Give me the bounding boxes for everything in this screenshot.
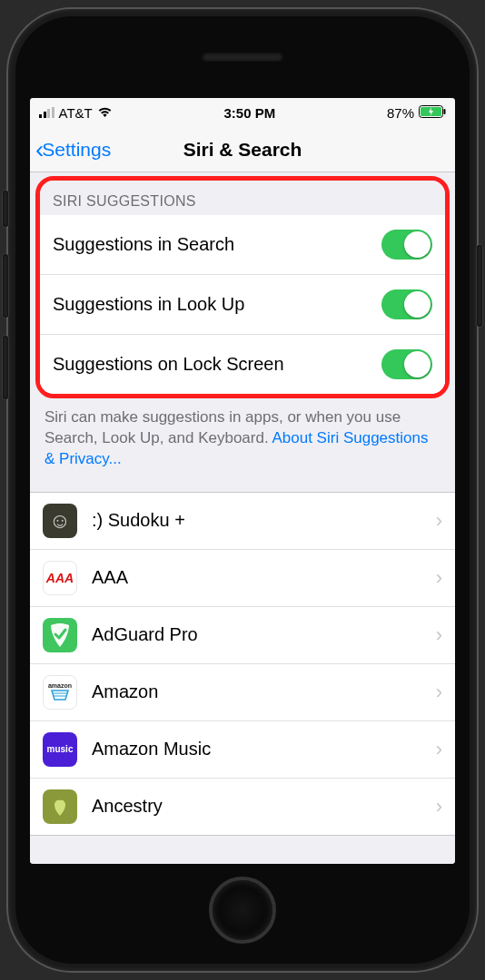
home-button[interactable] [209,877,276,944]
app-icon [43,618,77,652]
chevron-right-icon: › [436,566,442,590]
app-name: Amazon Music [92,739,421,760]
section-footer-suggestions: Siri can make suggestions in apps, or wh… [30,398,455,492]
chevron-right-icon: › [436,795,442,818]
volume-up [3,254,8,318]
chevron-right-icon: › [436,681,442,704]
app-icon [43,789,77,824]
row-suggestions-search[interactable]: Suggestions in Search [40,215,445,275]
page-title: Siri & Search [183,139,302,161]
row-label: Suggestions on Lock Screen [53,354,284,375]
back-label: Settings [42,139,111,161]
battery-percent: 87% [387,105,414,121]
app-list: ☺ :) Sudoku + › AAA AAA › AdGuard Pro [30,492,455,836]
app-icon: amazon [43,675,77,710]
nav-bar: ‹ Settings Siri & Search [30,127,455,172]
svg-rect-2 [444,109,446,114]
app-row-sudoku[interactable]: ☺ :) Sudoku + › [30,493,455,550]
screen: AT&T 3:50 PM 87% [30,98,455,864]
app-row-adguard[interactable]: AdGuard Pro › [30,607,455,664]
app-row-amazon-music[interactable]: music Amazon Music › [30,721,455,779]
app-name: Amazon [92,681,421,702]
app-name: :) Sudoku + [92,510,421,531]
app-name: AdGuard Pro [92,624,421,645]
speaker-grille [202,53,283,62]
toggle-switch[interactable] [381,289,432,319]
row-label: Suggestions in Search [53,234,234,255]
suggestions-group: Suggestions in Search Suggestions in Loo… [40,215,445,394]
wifi-icon [97,105,113,121]
app-row-amazon[interactable]: amazon Amazon › [30,664,455,721]
row-label: Suggestions in Look Up [53,294,244,315]
row-suggestions-lookup[interactable]: Suggestions in Look Up [40,275,445,335]
chevron-right-icon: › [436,509,442,533]
chevron-right-icon: › [436,623,442,647]
signal-strength-icon [39,107,54,118]
app-icon: AAA [43,561,77,595]
power-button [477,245,482,327]
phone-frame: AT&T 3:50 PM 87% [8,9,477,971]
volume-down [3,336,8,399]
clock: 3:50 PM [224,105,276,121]
highlight-annotation: SIRI SUGGESTIONS Suggestions in Search S… [35,176,450,398]
app-row-ancestry[interactable]: Ancestry › [30,779,455,835]
row-suggestions-lockscreen[interactable]: Suggestions on Lock Screen [40,335,445,394]
app-name: Ancestry [92,796,421,817]
app-name: AAA [92,567,421,588]
section-header-suggestions: SIRI SUGGESTIONS [40,181,445,215]
chevron-right-icon: › [436,738,442,761]
back-button[interactable]: ‹ Settings [35,127,111,172]
app-icon: music [43,732,77,767]
app-icon: ☺ [43,504,77,538]
app-row-aaa[interactable]: AAA AAA › [30,550,455,607]
toggle-switch[interactable] [381,349,432,379]
toggle-switch[interactable] [381,230,432,260]
mute-switch [3,191,8,227]
carrier-label: AT&T [59,105,93,121]
content-scroll[interactable]: SIRI SUGGESTIONS Suggestions in Search S… [30,172,455,864]
status-bar: AT&T 3:50 PM 87% [30,98,455,127]
battery-icon [419,105,446,121]
